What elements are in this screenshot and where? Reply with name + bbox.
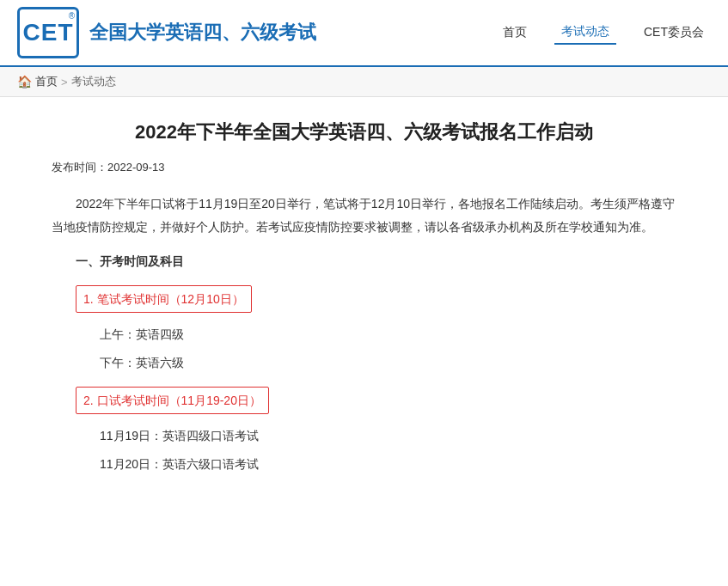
publish-date: 2022-09-13 [107, 161, 165, 174]
section1-header: 一、开考时间及科目 [52, 250, 676, 273]
afternoon-item: 下午：英语六级 [100, 351, 676, 375]
nav-cet-committee[interactable]: CET委员会 [637, 21, 711, 44]
subsection1: 1. 笔试考试时间（12月10日） 上午：英语四级 下午：英语六级 [76, 285, 676, 375]
article-body: 2022年下半年口试将于11月19日至20日举行，笔试将于12月10日举行，各地… [52, 192, 676, 475]
site-title: 全国大学英语四、六级考试 [89, 20, 316, 46]
breadcrumb-separator: > [61, 76, 68, 89]
cet-logo-registered: ® [69, 11, 75, 21]
breadcrumb-current: 考试动态 [71, 74, 116, 89]
cet-logo: CET ® [17, 7, 79, 58]
afternoon-label: 下午： [100, 356, 136, 369]
day2-value: 英语六级口语考试 [162, 457, 259, 471]
day2-label: 11月20日： [100, 457, 162, 471]
breadcrumb-home-link[interactable]: 首页 [35, 74, 58, 89]
subsection2-title: 2. 口试考试时间（11月19-20日） [76, 387, 269, 415]
day2-item: 11月20日：英语六级口语考试 [100, 453, 676, 476]
nav-exam-news[interactable]: 考试动态 [554, 21, 616, 45]
article-title: 2022年下半年全国大学英语四、六级考试报名工作启动 [52, 118, 676, 146]
day1-item: 11月19日：英语四级口语考试 [100, 424, 676, 448]
breadcrumb: 🏠 首页 > 考试动态 [0, 67, 728, 97]
publish-label: 发布时间： [52, 161, 107, 174]
day1-value: 英语四级口语考试 [162, 429, 259, 443]
header: CET ® 全国大学英语四、六级考试 首页 考试动态 CET委员会 [0, 0, 728, 67]
cet-logo-text: CET [23, 19, 74, 46]
main-nav: 首页 考试动态 CET委员会 [496, 21, 711, 45]
home-icon: 🏠 [17, 75, 32, 89]
nav-home[interactable]: 首页 [496, 21, 534, 44]
day1-label: 11月19日： [100, 429, 162, 443]
article-content: 2022年下半年全国大学英语四、六级考试报名工作启动 发布时间：2022-09-… [0, 97, 728, 506]
body-paragraph: 2022年下半年口试将于11月19日至20日举行，笔试将于12月10日举行，各地… [52, 192, 676, 238]
morning-value: 英语四级 [136, 327, 184, 341]
header-left: CET ® 全国大学英语四、六级考试 [17, 7, 316, 58]
afternoon-value: 英语六级 [136, 356, 184, 369]
subsection1-title: 1. 笔试考试时间（12月10日） [76, 285, 252, 314]
morning-label: 上午： [100, 327, 136, 341]
subsection2: 2. 口试考试时间（11月19-20日） 11月19日：英语四级口语考试 11月… [76, 387, 676, 476]
morning-item: 上午：英语四级 [100, 323, 676, 346]
publish-info: 发布时间：2022-09-13 [52, 160, 676, 175]
